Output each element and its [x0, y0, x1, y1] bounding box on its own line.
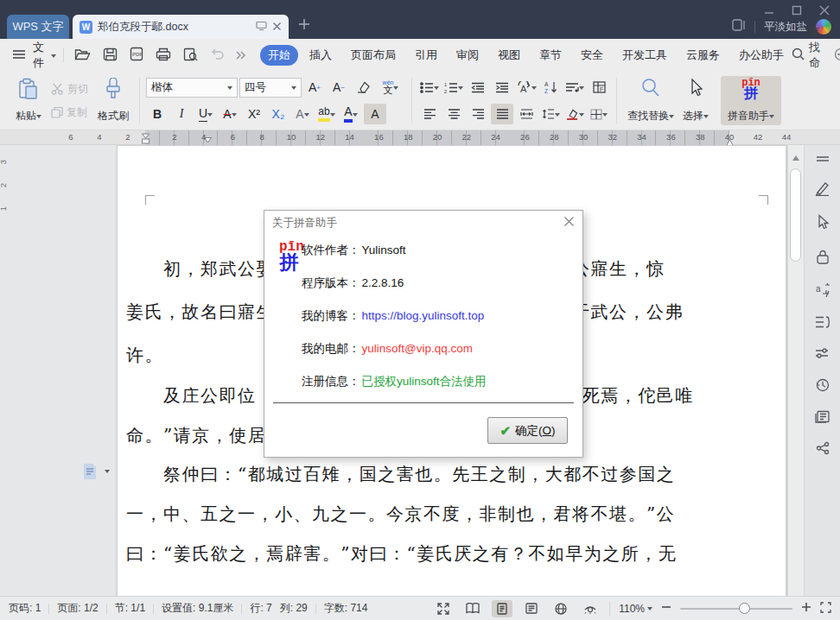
doc-line-8[interactable]: 曰：“姜氏欲之，焉辟害。”对曰：“姜氏厌之有？不如早为之所，无: [126, 543, 677, 564]
monitor-icon[interactable]: [256, 19, 267, 35]
share-icon[interactable]: [816, 441, 830, 459]
zoom-level[interactable]: 110%: [619, 603, 652, 615]
tab-security[interactable]: 安全: [573, 45, 611, 66]
export-pdf-icon[interactable]: PDF: [130, 47, 143, 64]
doc-line-7[interactable]: 一，中、五之一，小、九之一。今京不度，非制也，君将不堪。”公: [126, 503, 675, 524]
clear-format-button[interactable]: [352, 77, 374, 98]
translate-icon[interactable]: a: [815, 282, 830, 301]
scrollbar-thumb[interactable]: [790, 168, 801, 262]
zoom-in-button[interactable]: [801, 602, 811, 615]
history-icon[interactable]: [815, 377, 830, 395]
file-menu[interactable]: 文件: [33, 40, 44, 71]
paste-button[interactable]: 粘贴: [11, 75, 46, 126]
margin-note-icon[interactable]: [82, 463, 98, 484]
tab-page-layout[interactable]: 页面布局: [343, 45, 404, 66]
close-tab-icon[interactable]: [272, 19, 282, 35]
vertical-scrollbar[interactable]: [788, 145, 804, 596]
font-name-combobox[interactable]: 楷体: [146, 78, 238, 98]
app-tab-wps[interactable]: WPS 文字: [7, 15, 69, 39]
insert-table-f-button[interactable]: F: [588, 77, 610, 98]
hamburger-menu-icon[interactable]: [12, 49, 26, 62]
decrease-indent-button[interactable]: [467, 77, 489, 98]
tab-home[interactable]: 开始: [260, 45, 298, 66]
superscript-button[interactable]: X²: [243, 104, 265, 124]
increase-indent-button[interactable]: [491, 77, 513, 98]
email-value[interactable]: yulinsoft@vip.qq.com: [362, 342, 474, 355]
adjust-settings-icon[interactable]: [815, 347, 830, 363]
document-tab[interactable]: W 郑伯克段于鄢.docx: [73, 15, 289, 39]
open-file-icon[interactable]: [74, 47, 91, 64]
tab-insert[interactable]: 插入: [302, 45, 340, 66]
fit-page-icon[interactable]: [820, 602, 831, 616]
feedback-icon[interactable]: [834, 47, 840, 64]
tab-office-assistant[interactable]: 办公助手: [731, 45, 792, 66]
find-replace-button[interactable]: 查找替换: [623, 75, 678, 126]
paragraph-settings-button[interactable]: [563, 77, 586, 98]
tab-dev-tools[interactable]: 开发工具: [614, 45, 675, 66]
select-cursor-icon[interactable]: [816, 214, 830, 234]
select-button[interactable]: 选择: [678, 75, 713, 126]
zoom-slider[interactable]: [680, 608, 792, 610]
subscript-button[interactable]: X₂: [267, 104, 290, 124]
sidebar-toggle-icon[interactable]: [732, 19, 746, 35]
line-spacing-button[interactable]: [539, 104, 562, 124]
distribute-button[interactable]: [515, 104, 538, 124]
save-icon[interactable]: [103, 47, 118, 64]
edit-pen-icon[interactable]: [814, 180, 830, 199]
horizontal-ruler[interactable]: 6422468101214161820222426283032343638404…: [0, 130, 840, 145]
read-mode-icon[interactable]: [815, 410, 830, 427]
outline-view-icon[interactable]: [521, 600, 542, 617]
numbered-list-button[interactable]: 12: [442, 77, 465, 98]
zoom-out-button[interactable]: [661, 602, 671, 615]
zoom-slider-knob[interactable]: [739, 603, 750, 614]
print-layout-view-icon[interactable]: [492, 600, 512, 617]
navigation-pane-icon[interactable]: [815, 315, 830, 332]
font-color-button[interactable]: A: [340, 104, 362, 124]
two-page-view-icon[interactable]: [462, 600, 483, 617]
ok-button[interactable]: ✔ 确定(O): [487, 417, 568, 444]
tab-references[interactable]: 引用: [407, 45, 445, 66]
bold-button[interactable]: B: [146, 104, 169, 124]
align-left-button[interactable]: [418, 104, 441, 124]
text-effects-button[interactable]: A: [291, 104, 314, 124]
lock-icon[interactable]: [816, 249, 830, 268]
justify-button[interactable]: [491, 104, 513, 124]
more-quick-tools-icon[interactable]: [236, 49, 246, 62]
underline-button[interactable]: U: [194, 104, 217, 124]
new-tab-button[interactable]: [298, 18, 310, 34]
font-size-combobox[interactable]: 四号: [239, 78, 302, 98]
align-center-button[interactable]: [442, 104, 465, 124]
maximize-button[interactable]: [792, 5, 802, 16]
tab-review[interactable]: 审阅: [449, 45, 487, 66]
italic-button[interactable]: I: [170, 104, 193, 124]
format-painter-button[interactable]: 格式刷: [93, 75, 133, 126]
strikethrough-button[interactable]: A: [219, 104, 241, 124]
dialog-close-button[interactable]: [563, 216, 575, 230]
margin-note-caret[interactable]: [105, 470, 110, 476]
character-shading-button[interactable]: A: [364, 104, 386, 124]
scroll-up-arrow[interactable]: [792, 152, 799, 161]
pinyin-assistant-button[interactable]: pīn 拼 拼音助手: [721, 76, 781, 125]
minimize-button[interactable]: [764, 5, 774, 16]
close-button[interactable]: [819, 5, 830, 16]
eye-protection-icon[interactable]: [580, 600, 601, 617]
bullet-list-button[interactable]: [418, 77, 441, 98]
blog-link[interactable]: https://blog.yulinsoft.top: [362, 309, 485, 322]
pinyin-guide-button[interactable]: wén文: [376, 77, 405, 98]
borders-button[interactable]: [588, 104, 610, 124]
tab-cloud[interactable]: 云服务: [678, 45, 728, 66]
doc-line-3[interactable]: 许。: [126, 345, 163, 365]
grow-font-button[interactable]: A+: [303, 77, 326, 98]
shrink-font-button[interactable]: A−: [328, 77, 350, 98]
shading-button[interactable]: [563, 104, 586, 124]
doc-line-6[interactable]: 祭仲曰：“都城过百雉，国之害也。先王之制，大都不过参国之: [163, 464, 675, 484]
highlight-color-button[interactable]: ab: [315, 104, 338, 124]
tab-section[interactable]: 章节: [531, 45, 570, 66]
text-direction-button[interactable]: A: [515, 77, 538, 98]
ruler-toggle-icon[interactable]: [816, 150, 830, 166]
tab-view[interactable]: 视图: [490, 45, 528, 66]
print-preview-icon[interactable]: [183, 47, 198, 64]
print-icon[interactable]: [156, 47, 171, 64]
sort-button[interactable]: AZ: [539, 77, 562, 98]
fullscreen-icon[interactable]: [433, 600, 454, 617]
